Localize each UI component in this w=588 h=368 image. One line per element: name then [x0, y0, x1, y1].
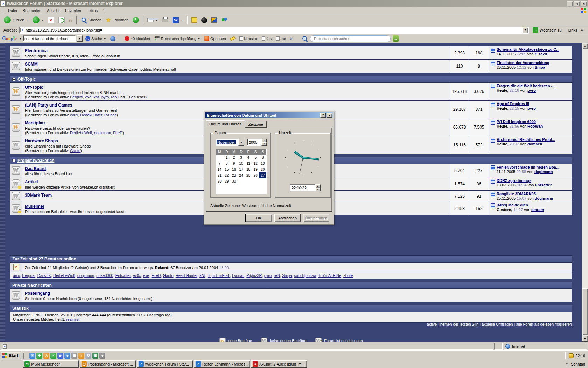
month-dropdown-icon[interactable]: ▼ — [238, 139, 244, 146]
inbox-link[interactable]: Posteingang — [25, 291, 50, 296]
calendar-day[interactable]: 10 — [238, 161, 245, 166]
taskbar-window-msn[interactable]: MMSN Messenger — [23, 360, 79, 368]
calendar-day[interactable]: 21 — [216, 172, 223, 178]
lastpost-topic-link[interactable]: Architronic: Rechtliches Probl... — [497, 137, 555, 142]
calendar-day[interactable]: 29 — [223, 178, 231, 184]
clock-icon[interactable]: ◷ — [43, 353, 49, 359]
topic-icon[interactable] — [491, 102, 495, 107]
online-user-link[interactable]: exe — [143, 273, 149, 278]
taskbar-window-ie[interactable]: eReifen Lehmann - Micros... — [194, 360, 250, 368]
tray-chevron-icon[interactable]: « — [564, 362, 569, 367]
calendar-day[interactable]: 11 — [245, 161, 252, 166]
taskbar-window-outlook[interactable]: ◷Posteingang - Microsoft ... — [80, 360, 136, 368]
go-button[interactable]: → Wechseln zu — [531, 27, 564, 34]
online-user-link[interactable]: P@nz3R — [246, 273, 262, 278]
active-user-link[interactable]: ev0x — [70, 113, 78, 117]
topic-icon[interactable] — [491, 203, 495, 208]
forum-link[interactable]: Das Board — [25, 166, 46, 171]
toolbar-grip[interactable] — [2, 8, 3, 13]
calendar-day[interactable]: 6 — [259, 155, 266, 161]
online-user-link[interactable]: FireD — [152, 273, 161, 278]
lastpost-user-link[interactable]: dogimann — [535, 196, 553, 200]
calendar-day[interactable]: 14 — [216, 166, 223, 172]
edit-button[interactable]: W▼ — [171, 15, 185, 25]
internet-explorer-icon[interactable]: e — [64, 353, 70, 359]
footer-link[interactable]: aktive Themen der letzten 24h — [427, 322, 478, 326]
lastpost-topic-link[interactable]: DDR2 agro timings — [497, 178, 552, 183]
tab-datum-und-uhrzeit[interactable]: Datum und Uhrzeit — [206, 120, 245, 128]
lastpost-user-link[interactable]: domsch — [527, 142, 542, 146]
lastpost-topic-link[interactable]: Fehler/Vorschläge im neuen Boa... — [497, 165, 559, 169]
time-down-icon[interactable]: ▼ — [315, 188, 321, 191]
encarta-search-input[interactable] — [310, 35, 391, 42]
calendar[interactable]: MDMDFSS 12345678910111213141516171819202… — [216, 149, 267, 194]
online-user-link[interactable]: Snipa — [282, 273, 292, 278]
refresh-button[interactable] — [57, 15, 66, 25]
active-user-link[interactable]: dogimann — [94, 131, 111, 135]
dialog-titlebar[interactable]: Eigenschaften von Datum und Uhrzeit ? × — [205, 112, 333, 118]
opera-icon[interactable]: e — [99, 353, 105, 359]
popup-blocker-button[interactable]: – 40 blockiert — [123, 35, 152, 42]
active-user-link[interactable]: DerliebeWolf — [70, 131, 92, 135]
forum-link[interactable]: Hardware Shops — [25, 138, 58, 143]
google-overflow-icon[interactable]: » — [289, 36, 294, 41]
lastpost-user-link[interactable]: RooWan — [527, 124, 543, 128]
topic-icon[interactable] — [491, 165, 495, 170]
year-spinner[interactable]: 2005 ▲▼ — [247, 139, 267, 146]
calendar-day[interactable]: 22 — [223, 172, 231, 178]
footer-link[interactable]: aktuelle Umfragen — [482, 322, 513, 326]
forum-link[interactable]: Marktplatz — [25, 121, 46, 125]
lastpost-user-link[interactable]: Entsafter — [535, 183, 552, 187]
forum-link[interactable]: Artikel — [25, 179, 38, 184]
section-header-link[interactable]: Projekt tweaker.ch — [18, 158, 54, 163]
lastpost-user-link[interactable]: pyro — [527, 106, 536, 110]
word-find-button-fast[interactable]: fast — [260, 35, 274, 42]
calendar-day[interactable]: 17 — [238, 166, 245, 172]
lastpost-user-link[interactable]: Snipa — [535, 65, 545, 69]
menu-item-favoriten[interactable]: Favoriten — [62, 8, 84, 13]
terminal-icon[interactable]: ▣ — [92, 353, 98, 359]
online-user-link[interactable]: ToYmAcHiNe — [318, 273, 341, 278]
calendar-day[interactable]: 27 — [259, 172, 266, 178]
vertical-scrollbar[interactable]: ▲ ▼ — [582, 43, 588, 342]
mail-check-icon[interactable]: ✓ — [50, 353, 56, 359]
online-user-link[interactable]: Lyunac — [232, 273, 244, 278]
word-find-button-the[interactable]: the — [275, 35, 287, 42]
calendar-day[interactable]: 23 — [230, 172, 238, 178]
active-user-link[interactable]: Lyunac — [104, 113, 117, 117]
google-search-more-icon[interactable]: ▼ — [104, 38, 106, 40]
topic-icon[interactable] — [491, 61, 495, 66]
active-user-link[interactable]: exe — [85, 95, 91, 99]
address-dropdown-button[interactable]: ▼ — [523, 27, 528, 33]
online-user-link[interactable]: dogimann — [77, 273, 94, 278]
lastpost-topic-link[interactable]: Finalisten der Voranmeldung — [497, 61, 550, 65]
forward-button[interactable]: → ▼ — [31, 15, 46, 25]
restore-button[interactable]: ❐ — [574, 1, 580, 6]
active-user-link[interactable]: Head-Hunter — [80, 113, 102, 117]
online-user-link[interactable]: reN — [274, 273, 280, 278]
lastpost-user-link[interactable]: r_sa2d — [535, 52, 547, 56]
research-button[interactable] — [210, 15, 219, 25]
online-user-link[interactable]: Entsafter — [115, 273, 131, 278]
google-site-button[interactable] — [109, 35, 117, 42]
google-search-button[interactable]: G Suche ▼ — [84, 35, 107, 42]
dialog-close-button[interactable]: × — [327, 113, 332, 118]
calendar-day[interactable]: 30 — [230, 178, 238, 184]
time-up-icon[interactable]: ▲ — [315, 184, 321, 188]
menu-item-ansicht[interactable]: Ansicht — [44, 8, 62, 13]
lastpost-topic-link[interactable]: Rangliste 3DMARK05 — [497, 192, 553, 196]
calendar-day[interactable]: 1 — [223, 155, 231, 161]
online-user-link[interactable]: pyro — [264, 273, 272, 278]
topic-icon[interactable] — [491, 138, 495, 143]
calendar-day[interactable]: 24 — [238, 172, 245, 178]
online-user-link[interactable]: DerliebeWolf — [53, 273, 75, 278]
year-down-icon[interactable]: ▼ — [261, 142, 267, 146]
menu-item-[interactable]: ? — [100, 8, 108, 13]
active-user-link[interactable]: reN — [111, 95, 117, 99]
spellcheck-dropdown-icon[interactable]: ▼ — [198, 38, 200, 40]
online-user-link[interactable]: sot.ch|outlaw — [294, 273, 316, 278]
calendar-day[interactable]: 7 — [216, 161, 223, 166]
calendar-day[interactable]: 13 — [259, 161, 266, 166]
dialog-help-button[interactable]: ? — [320, 113, 326, 118]
edit-dropdown-icon[interactable]: ▼ — [181, 19, 183, 21]
